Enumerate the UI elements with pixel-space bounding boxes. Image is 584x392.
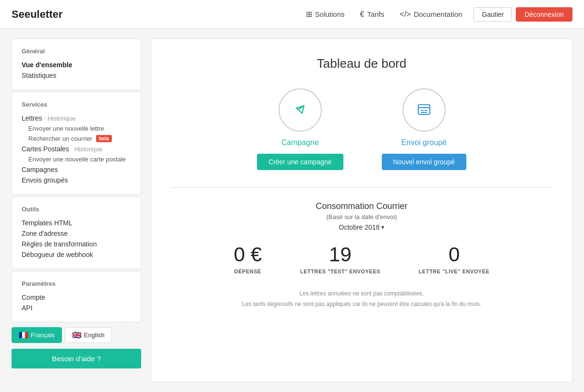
nav-tarifs[interactable]: € Tarifs (360, 10, 385, 19)
group-icon (414, 99, 435, 122)
sidebar-services-card: Services Lettres · Historique Envoyer un… (12, 92, 141, 195)
help-button[interactable]: Besoin d'aide ? (12, 349, 141, 368)
sidebar-item-nouvelle-carte[interactable]: Envoyer une nouvelle carte postale (22, 154, 131, 164)
sidebar-general-title: Général (22, 48, 131, 55)
sidebar-general-card: Général Vue d'ensemble Statistiques (12, 38, 141, 90)
user-button[interactable]: Gautier (474, 7, 512, 22)
stat-lettres-test-value: 19 (300, 245, 380, 265)
sidebar-parametres-title: Paramètres (22, 280, 131, 287)
sidebar-item-statistiques[interactable]: Statistiques (22, 70, 131, 81)
sidebar-outils-card: Outils Templates HTML Zone d'adresse Règ… (12, 196, 141, 269)
header: Seeuletter ⊞ Solutions € Tarifs </> Docu… (0, 0, 584, 29)
sidebar-item-regles[interactable]: Règles de transformation (22, 239, 131, 249)
sidebar-item-debogueur[interactable]: Débogueur de webhook (22, 249, 131, 260)
stat-lettre-live-label: LETTRE "LIVE" ENVOYÉE (419, 269, 489, 274)
consumption-subtitle: (Basé sur la date d'envoi) (170, 213, 553, 220)
sidebar-outils-title: Outils (22, 206, 131, 213)
sidebar-item-zone-adresse[interactable]: Zone d'adresse (22, 228, 131, 239)
stats-row: 0 € DÉPENSÉ 19 LETTRES "TEST" ENVOYEES 0… (170, 245, 553, 274)
consumption-notes: Les lettres annulées ne sont pas comptab… (170, 289, 553, 309)
english-flag-icon: 🇬🇧 (72, 331, 82, 340)
dropdown-arrow-icon: ▾ (381, 224, 384, 231)
language-switcher: 🇫🇷 Français 🇬🇧 English (12, 327, 141, 345)
stat-depense-label: DÉPENSÉ (234, 269, 262, 274)
sidebar-item-templates[interactable]: Templates HTML (22, 218, 131, 228)
sidebar-item-vue-ensemble[interactable]: Vue d'ensemble (22, 60, 131, 70)
campaign-row: Campagne Créer une campagne Envoi gr (170, 88, 553, 170)
consumption-month-selector[interactable]: Octobre 2018 ▾ (339, 223, 385, 231)
sidebar: Général Vue d'ensemble Statistiques Serv… (12, 38, 141, 382)
stat-depense: 0 € DÉPENSÉ (234, 245, 262, 274)
stat-depense-value: 0 € (234, 245, 262, 265)
lang-french-button[interactable]: 🇫🇷 Français (12, 327, 62, 343)
group-label: Envoi groupé (402, 138, 447, 147)
sidebar-services-title: Services (22, 101, 131, 108)
group-card: Envoi groupé Nouvel envoi groupé (382, 88, 466, 170)
stat-lettre-live-value: 0 (419, 245, 489, 265)
campaign-icon (290, 99, 311, 122)
page-wrapper: Général Vue d'ensemble Statistiques Serv… (0, 29, 584, 392)
grid-icon: ⊞ (306, 10, 312, 19)
french-flag-icon: 🇫🇷 (19, 331, 28, 340)
sidebar-item-envois-groupes[interactable]: Envois groupés (22, 175, 131, 185)
sidebar-item-rechercher-courrier[interactable]: Rechercher un courrier beta (22, 134, 131, 144)
stat-lettres-test: 19 LETTRES "TEST" ENVOYEES (300, 245, 380, 274)
new-group-button[interactable]: Nouvel envoi groupé (382, 154, 466, 170)
logout-button[interactable]: Déconnexion (516, 7, 572, 22)
sidebar-item-cartes-postales[interactable]: Cartes Postales · Historique (22, 144, 131, 154)
group-icon-circle (402, 88, 446, 132)
sidebar-item-campagnes[interactable]: Campagnes (22, 164, 131, 175)
code-icon: </> (400, 10, 411, 19)
create-campaign-button[interactable]: Créer une campagne (257, 154, 343, 170)
euro-icon: € (360, 10, 365, 19)
consumption-section: Consommation Courrier (Basé sur la date … (170, 201, 553, 309)
dashboard-title: Tableau de bord (170, 56, 553, 71)
logo: Seeuletter (12, 8, 62, 21)
stat-lettre-live: 0 LETTRE "LIVE" ENVOYÉE (419, 245, 489, 274)
nav-documentation[interactable]: </> Documentation (400, 10, 462, 19)
section-divider (170, 187, 553, 188)
campaign-label: Campagne (281, 138, 319, 147)
campaign-card: Campagne Créer une campagne (257, 88, 343, 170)
stat-lettres-test-label: LETTRES "TEST" ENVOYEES (300, 269, 380, 274)
main-content: Tableau de bord Campagne Créer une campa… (151, 38, 572, 382)
sidebar-item-api[interactable]: API (22, 303, 131, 313)
lang-english-button[interactable]: 🇬🇧 English (65, 327, 112, 343)
campaign-icon-circle (279, 88, 322, 132)
nav-solutions[interactable]: ⊞ Solutions (306, 10, 345, 19)
sidebar-item-compte[interactable]: Compte (22, 292, 131, 303)
sidebar-parametres-card: Paramètres Compte API (12, 271, 141, 322)
sidebar-item-lettres[interactable]: Lettres · Historique (22, 113, 131, 123)
consumption-title: Consommation Courrier (170, 201, 553, 211)
beta-badge: beta (96, 135, 112, 142)
sidebar-item-nouvelle-lettre[interactable]: Envoyer une nouvelle lettre (22, 123, 131, 134)
main-nav: ⊞ Solutions € Tarifs </> Documentation (306, 10, 462, 19)
